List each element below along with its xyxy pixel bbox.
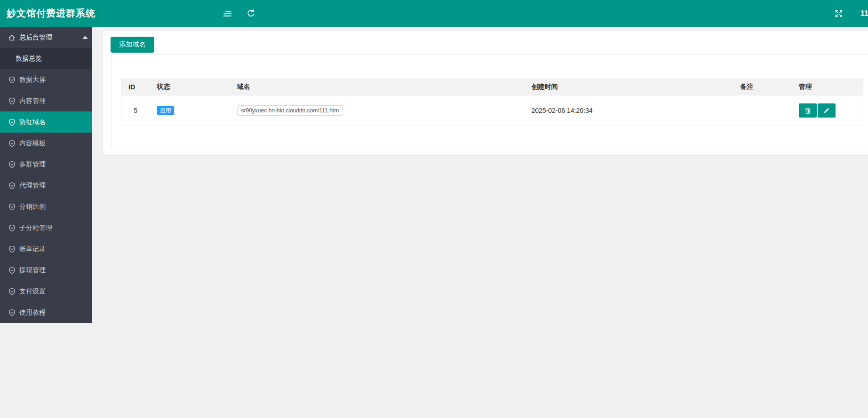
sidebar-item-multi-group[interactable]: 多群管理 — [0, 154, 92, 175]
sidebar-item-label: 防红域名 — [19, 118, 46, 126]
sidebar-item-label: 使用教程 — [19, 308, 46, 317]
sidebar-item-substation-manage[interactable]: 子分站管理 — [0, 217, 92, 238]
sidebar-item-label: 提现管理 — [19, 266, 46, 275]
cell-created: 2025-02-06 14:20:34 — [525, 95, 733, 126]
sidebar-item-data-screen[interactable]: 数据大屏 — [0, 69, 92, 90]
shield-check-icon — [8, 288, 16, 295]
sidebar-item-antired-domain[interactable]: 防红域名 — [0, 111, 92, 133]
sidebar-item-label: 帐单记录 — [19, 245, 46, 253]
cell-remark — [733, 95, 792, 126]
sidebar-item-label: 多群管理 — [19, 160, 46, 169]
home-icon — [8, 34, 16, 41]
cell-id: 5 — [121, 95, 150, 126]
sidebar-item-label: 内容模板 — [19, 139, 46, 148]
chevron-up-icon — [82, 36, 88, 39]
shield-check-icon — [8, 161, 16, 168]
shield-check-icon — [8, 224, 16, 232]
col-header-remark: 备注 — [733, 79, 792, 95]
status-badge[interactable]: 启用 — [157, 106, 174, 115]
pencil-icon — [823, 107, 830, 114]
shield-check-icon — [8, 140, 16, 147]
sidebar-item-data-overview[interactable]: 数据总览 — [0, 48, 92, 69]
table-row: 5 启用 sr90yxuec.hn-bkt.clouddn.com/111.ht… — [121, 95, 863, 126]
sidebar-nav: 总后台管理 数据总览 数据大屏 内容管理 防红域名 内容模板 多群管理 代理管理… — [0, 27, 92, 323]
col-header-created: 创建时间 — [525, 79, 733, 95]
sidebar-item-label: 内容管理 — [19, 97, 46, 105]
shield-check-icon — [8, 267, 16, 274]
sidebar-item-label: 代理管理 — [19, 181, 46, 190]
cell-status: 启用 — [150, 95, 230, 126]
sidebar-item-billing-records[interactable]: 帐单记录 — [0, 238, 92, 260]
shield-check-icon — [8, 182, 16, 189]
sidebar-item-admin-root[interactable]: 总后台管理 — [0, 27, 92, 48]
add-domain-button[interactable]: 添加域名 — [111, 37, 154, 53]
sidebar-item-label: 总后台管理 — [19, 33, 52, 42]
col-header-id: ID — [121, 79, 150, 95]
header-user-badge[interactable]: 11 — [860, 0, 868, 27]
trash-icon — [804, 107, 811, 114]
sidebar-item-label: 支付设置 — [19, 287, 46, 296]
cell-actions — [792, 95, 863, 126]
shield-check-icon — [8, 309, 16, 316]
sidebar-item-label: 子分站管理 — [19, 224, 52, 232]
sidebar-item-content-template[interactable]: 内容模板 — [0, 133, 92, 154]
sidebar-item-payment-settings[interactable]: 支付设置 — [0, 281, 92, 302]
refresh-icon[interactable] — [247, 0, 255, 27]
delete-button[interactable] — [799, 103, 817, 118]
shield-check-icon — [8, 76, 16, 84]
cell-domain: sr90yxuec.hn-bkt.clouddn.com/111.htm — [230, 95, 525, 126]
sidebar-item-label: 数据总览 — [16, 55, 42, 63]
sidebar-item-content-manage[interactable]: 内容管理 — [0, 90, 92, 111]
table-header-row: ID 状态 域名 创建时间 备注 管理 — [121, 79, 863, 95]
content-panel: 添加域名 ID 状态 域名 创建时间 备注 管理 5 — [103, 31, 868, 155]
shield-check-icon — [8, 245, 16, 253]
table-card: ID 状态 域名 创建时间 备注 管理 5 启用 sr90yxuec.hn-bk… — [111, 54, 868, 148]
fullscreen-icon[interactable] — [835, 0, 843, 27]
sidebar-item-commission-ratio[interactable]: 分销比例 — [0, 196, 92, 217]
app-title: 妙文馆付费进群系统 — [7, 0, 96, 27]
sidebar-item-label: 分销比例 — [19, 203, 46, 211]
domains-table: ID 状态 域名 创建时间 备注 管理 5 启用 sr90yxuec.hn-bk… — [121, 79, 863, 126]
col-header-domain: 域名 — [230, 79, 525, 95]
shield-check-icon — [8, 203, 16, 211]
col-header-manage: 管理 — [792, 79, 863, 95]
shield-check-icon — [8, 118, 16, 126]
sidebar-item-label: 数据大屏 — [19, 76, 46, 84]
sidebar-item-agent-manage[interactable]: 代理管理 — [0, 175, 92, 196]
edit-button[interactable] — [818, 103, 836, 118]
sidebar-item-withdraw-manage[interactable]: 提现管理 — [0, 260, 92, 281]
domain-url-field[interactable]: sr90yxuec.hn-bkt.clouddn.com/111.htm — [237, 105, 343, 116]
col-header-status: 状态 — [150, 79, 230, 95]
collapse-sidebar-icon[interactable] — [223, 0, 232, 27]
sidebar-item-tutorial[interactable]: 使用教程 — [0, 302, 92, 323]
shield-check-icon — [8, 97, 16, 105]
app-header: 妙文馆付费进群系统 11 — [0, 0, 868, 27]
